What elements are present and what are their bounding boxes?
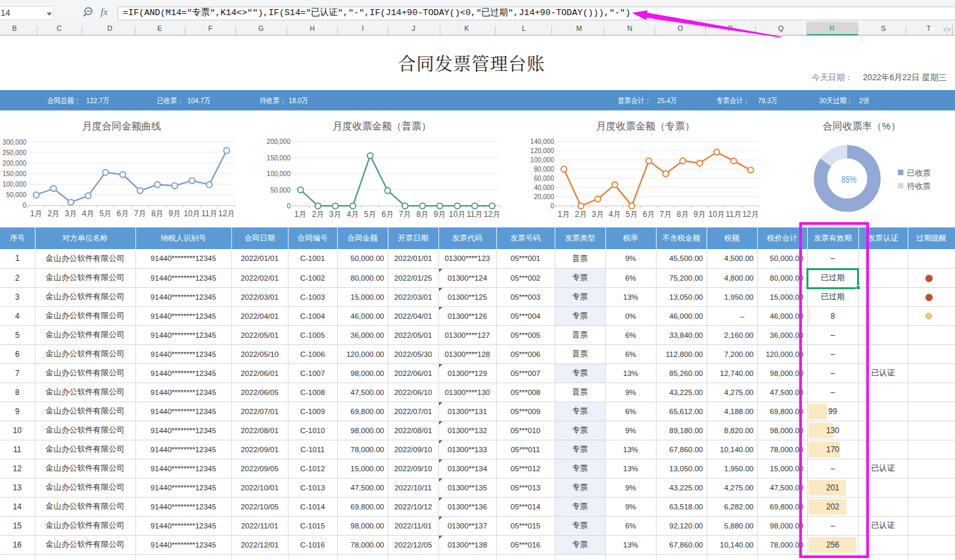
svg-text:3月: 3月 xyxy=(329,210,342,219)
svg-text:7月: 7月 xyxy=(399,210,411,219)
svg-text:140,000: 140,000 xyxy=(530,138,555,145)
svg-text:8月: 8月 xyxy=(416,210,429,219)
svg-text:7月: 7月 xyxy=(134,209,147,218)
svg-text:5月: 5月 xyxy=(626,210,638,219)
svg-text:10月: 10月 xyxy=(184,209,200,218)
svg-text:月度收票金额（普票）: 月度收票金额（普票） xyxy=(333,120,431,131)
svg-text:250,000: 250,000 xyxy=(3,149,27,156)
svg-text:月度合同金额曲线: 月度合同金额曲线 xyxy=(82,120,161,131)
svg-text:5月: 5月 xyxy=(364,210,377,219)
svg-text:5月: 5月 xyxy=(99,209,112,218)
svg-text:300,000: 300,000 xyxy=(3,139,27,146)
svg-text:60,000: 60,000 xyxy=(534,175,554,182)
svg-text:11月: 11月 xyxy=(467,210,482,219)
svg-text:120,000: 120,000 xyxy=(530,147,555,154)
svg-text:0: 0 xyxy=(550,202,554,210)
svg-text:已收票: 已收票 xyxy=(907,168,931,177)
svg-text:6月: 6月 xyxy=(116,209,129,218)
svg-text:50,000: 50,000 xyxy=(6,191,26,198)
svg-text:150,000: 150,000 xyxy=(3,170,27,177)
svg-text:12月: 12月 xyxy=(484,210,500,219)
svg-text:9月: 9月 xyxy=(693,210,706,219)
svg-text:11月: 11月 xyxy=(201,209,217,218)
svg-text:1月: 1月 xyxy=(30,209,43,218)
svg-text:2月: 2月 xyxy=(312,210,324,219)
svg-text:10月: 10月 xyxy=(709,210,725,219)
svg-text:4月: 4月 xyxy=(82,209,95,218)
svg-text:2月: 2月 xyxy=(47,209,60,218)
svg-text:12月: 12月 xyxy=(742,210,758,219)
svg-text:合同收票率（%）: 合同收票率（%） xyxy=(823,120,900,131)
svg-text:6月: 6月 xyxy=(643,210,655,219)
svg-text:1月: 1月 xyxy=(558,210,571,219)
svg-text:3月: 3月 xyxy=(592,210,604,219)
svg-text:100,000: 100,000 xyxy=(3,181,27,188)
svg-text:0: 0 xyxy=(22,202,26,209)
svg-text:150,000: 150,000 xyxy=(267,154,291,162)
svg-text:50,000: 50,000 xyxy=(270,187,291,194)
svg-text:8月: 8月 xyxy=(676,210,689,219)
svg-text:20,000: 20,000 xyxy=(534,193,554,200)
svg-text:7月: 7月 xyxy=(660,210,672,219)
svg-text:12月: 12月 xyxy=(218,209,235,218)
svg-text:0: 0 xyxy=(287,202,291,210)
svg-text:85%: 85% xyxy=(841,174,856,185)
svg-text:3月: 3月 xyxy=(64,209,77,218)
svg-text:待收票: 待收票 xyxy=(907,181,931,191)
svg-text:4月: 4月 xyxy=(346,210,359,219)
svg-text:10月: 10月 xyxy=(449,210,465,219)
svg-text:2月: 2月 xyxy=(574,210,587,219)
svg-text:100,000: 100,000 xyxy=(267,170,291,177)
svg-text:月度收票金额（专票）: 月度收票金额（专票） xyxy=(596,120,695,131)
svg-text:8月: 8月 xyxy=(151,209,164,218)
svg-text:100,000: 100,000 xyxy=(530,156,555,164)
svg-text:1月: 1月 xyxy=(294,210,307,219)
svg-text:200,000: 200,000 xyxy=(3,160,27,167)
svg-text:9月: 9月 xyxy=(434,210,446,219)
svg-text:4月: 4月 xyxy=(609,210,621,219)
svg-text:6月: 6月 xyxy=(381,210,394,219)
svg-text:11月: 11月 xyxy=(726,210,741,219)
svg-text:9月: 9月 xyxy=(168,209,181,218)
svg-text:200,000: 200,000 xyxy=(267,138,291,145)
svg-text:40,000: 40,000 xyxy=(534,184,554,191)
svg-text:80,000: 80,000 xyxy=(534,166,554,173)
